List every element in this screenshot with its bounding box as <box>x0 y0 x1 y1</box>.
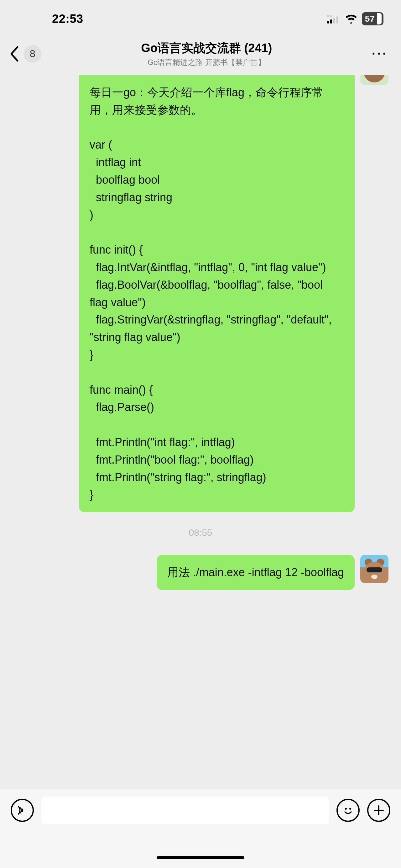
status-time: 22:53 <box>18 12 83 26</box>
message-bubble[interactable]: 用法 ./main.exe -intflag 12 -boolflag <box>157 555 355 590</box>
svg-rect-2 <box>327 21 329 24</box>
svg-rect-4 <box>333 18 335 24</box>
avatar[interactable] <box>360 75 389 85</box>
emoji-icon <box>341 803 355 817</box>
chat-title: Go语言实战交流群 (241) <box>41 40 372 56</box>
message-row: 每日一go：今天介绍一个库flag，命令行程序常用，用来接受参数的。 var (… <box>12 75 389 512</box>
voice-button[interactable] <box>11 799 34 822</box>
battery-icon: 57 <box>362 12 383 25</box>
svg-rect-5 <box>336 16 338 24</box>
svg-point-6 <box>364 75 385 83</box>
voice-icon <box>16 804 29 816</box>
svg-point-0 <box>327 15 329 17</box>
bear-avatar-icon <box>360 75 389 85</box>
home-indicator[interactable] <box>157 856 244 859</box>
status-bar: 22:53 57 <box>0 0 401 34</box>
message-bubble[interactable]: 每日一go：今天介绍一个库flag，命令行程序常用，用来接受参数的。 var (… <box>79 75 355 512</box>
back-button[interactable] <box>9 46 19 62</box>
plus-button[interactable] <box>367 799 390 822</box>
svg-rect-10 <box>367 567 382 572</box>
plus-icon <box>372 804 385 816</box>
avatar[interactable] <box>360 555 389 583</box>
battery-level: 57 <box>365 14 375 23</box>
signal-icon <box>327 14 340 24</box>
svg-point-11 <box>371 575 377 579</box>
chat-header: 8 Go语言实战交流群 (241) Go语言精进之路-开源书【禁广告】 ··· <box>0 34 401 75</box>
chat-subtitle: Go语言精进之路-开源书【禁广告】 <box>41 57 372 67</box>
unread-badge[interactable]: 8 <box>24 45 41 63</box>
battery-fill <box>377 13 381 25</box>
svg-point-12 <box>345 808 347 810</box>
svg-point-1 <box>330 15 332 17</box>
header-center[interactable]: Go语言实战交流群 (241) Go语言精进之路-开源书【禁广告】 <box>41 40 372 67</box>
message-input[interactable] <box>41 797 329 824</box>
more-button[interactable]: ··· <box>372 47 388 61</box>
bear-sunglasses-avatar-icon <box>360 555 389 583</box>
message-row: 用法 ./main.exe -intflag 12 -boolflag <box>12 555 389 590</box>
header-left: 8 <box>9 45 41 63</box>
timestamp: 08:55 <box>12 527 389 538</box>
messages-area[interactable]: 每日一go：今天介绍一个库flag，命令行程序常用，用来接受参数的。 var (… <box>0 75 401 789</box>
svg-point-13 <box>349 808 351 810</box>
emoji-button[interactable] <box>336 799 360 822</box>
wifi-icon <box>345 14 358 24</box>
svg-rect-3 <box>330 20 332 24</box>
status-indicators: 57 <box>327 12 383 25</box>
